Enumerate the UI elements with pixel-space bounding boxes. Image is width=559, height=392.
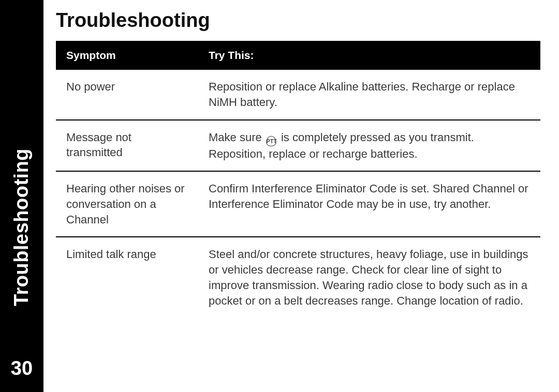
table-row: Message not transmitted Make sure PTT is… [56, 120, 540, 172]
cell-symptom: No power [56, 70, 198, 119]
side-section-label-wrap: Troubleshooting [0, 114, 43, 340]
side-section-label: Troubleshooting [11, 148, 33, 306]
table-row: Limited talk range Steel and/or concrete… [56, 237, 540, 318]
page-title: Troubleshooting [56, 9, 540, 32]
manual-page: Troubleshooting 30 Troubleshooting Sympt… [0, 0, 559, 392]
header-symptom: Symptom [56, 41, 198, 70]
cell-try-this: Steel and/or concrete structures, heavy … [198, 237, 540, 318]
page-number: 30 [0, 357, 43, 380]
cell-symptom: Limited talk range [56, 237, 198, 318]
cell-symptom: Message not transmitted [56, 120, 198, 172]
ptt-icon: PTT [266, 136, 276, 146]
cell-try-this: Reposition or replace Alkaline batteries… [198, 70, 540, 119]
table-row: Hearing other noises or conversation on … [56, 171, 540, 237]
try-this-pre: Make sure [209, 131, 265, 144]
troubleshooting-table: Symptom Try This: No power Reposition or… [56, 41, 540, 318]
table-row: No power Reposition or replace Alkaline … [56, 70, 540, 119]
cell-try-this: Confirm Interference Eliminator Code is … [198, 171, 540, 237]
header-try-this: Try This: [198, 41, 540, 70]
cell-try-this: Make sure PTT is completely pressed as y… [198, 120, 540, 172]
side-black-bar: Troubleshooting 30 [0, 0, 43, 392]
content: Troubleshooting Symptom Try This: No pow… [56, 9, 540, 318]
cell-symptom: Hearing other noises or conversation on … [56, 171, 198, 237]
